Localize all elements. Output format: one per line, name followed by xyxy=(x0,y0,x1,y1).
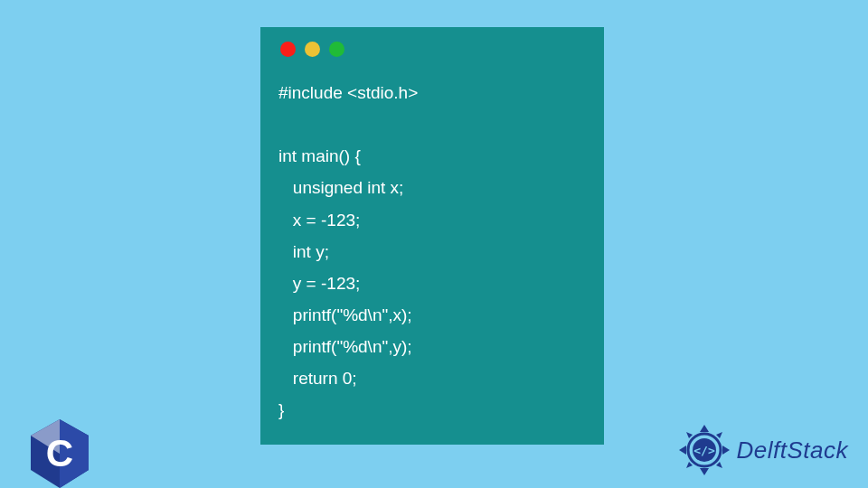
svg-marker-9 xyxy=(716,432,722,438)
svg-marker-10 xyxy=(686,462,693,468)
svg-marker-6 xyxy=(679,446,686,455)
svg-marker-4 xyxy=(700,425,709,432)
svg-text:C: C xyxy=(46,432,73,474)
svg-text:</>: </> xyxy=(693,444,715,457)
delftstack-logo: </> DelftStack xyxy=(677,423,849,477)
svg-marker-7 xyxy=(722,446,730,455)
minimize-icon xyxy=(305,42,320,57)
delftstack-text: DelftStack xyxy=(737,436,849,465)
window-controls xyxy=(280,42,586,57)
delftstack-badge-icon: </> xyxy=(677,423,731,477)
code-content: #include <stdio.h> int main() { unsigned… xyxy=(278,77,586,427)
close-icon xyxy=(280,42,296,57)
maximize-icon xyxy=(329,42,344,57)
code-window: #include <stdio.h> int main() { unsigned… xyxy=(260,27,604,445)
svg-marker-8 xyxy=(686,432,693,438)
c-language-logo-icon: C xyxy=(27,418,92,488)
svg-marker-11 xyxy=(716,462,722,468)
svg-marker-5 xyxy=(700,468,709,475)
